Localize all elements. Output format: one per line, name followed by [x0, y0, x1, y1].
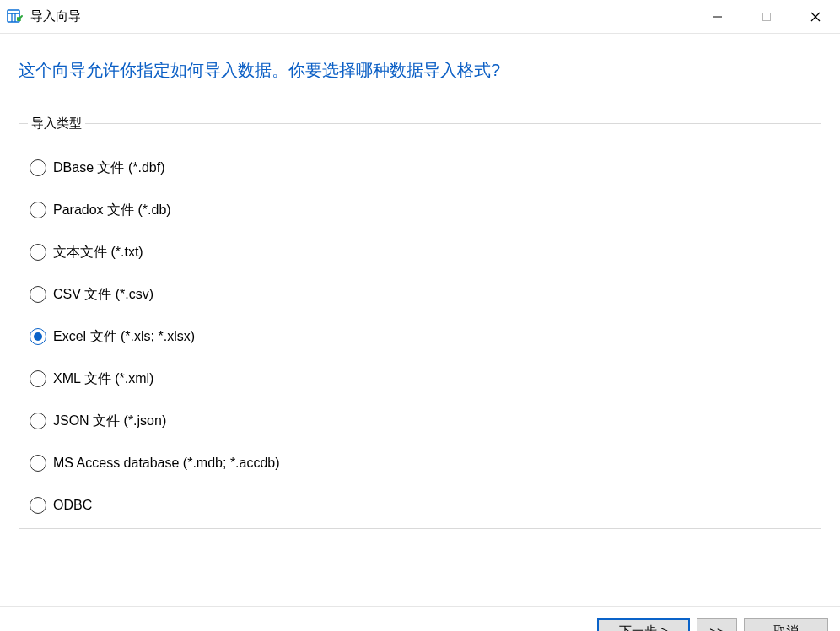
radio-icon [30, 202, 46, 218]
window-title: 导入向导 [30, 8, 81, 24]
radio-label: DBase 文件 (*.dbf) [53, 159, 164, 177]
radio-icon [30, 370, 46, 387]
radio-icon [30, 413, 46, 429]
radio-option-csv[interactable]: CSV 文件 (*.csv) [28, 273, 812, 316]
radio-option-xml[interactable]: XML 文件 (*.xml) [28, 358, 812, 400]
radio-option-paradox[interactable]: Paradox 文件 (*.db) [28, 189, 812, 231]
radio-option-access[interactable]: MS Access database (*.mdb; *.accdb) [28, 442, 812, 484]
svg-rect-5 [763, 13, 771, 20]
radio-label: CSV 文件 (*.csv) [53, 286, 153, 304]
radio-option-text[interactable]: 文本文件 (*.txt) [28, 231, 812, 273]
radio-label: XML 文件 (*.xml) [53, 370, 153, 388]
radio-option-dbase[interactable]: DBase 文件 (*.dbf) [28, 147, 812, 189]
radio-label: Paradox 文件 (*.db) [53, 202, 171, 219]
radio-icon [30, 159, 46, 176]
radio-label: 文本文件 (*.txt) [53, 244, 143, 262]
wizard-footer: 下一步 > >> 取消 [0, 606, 840, 631]
radio-label: MS Access database (*.mdb; *.accdb) [53, 456, 280, 471]
radio-icon [30, 328, 46, 345]
import-type-group: 导入类型 DBase 文件 (*.dbf) Paradox 文件 (*.db) … [19, 116, 821, 529]
radio-icon [30, 244, 46, 261]
radio-option-excel[interactable]: Excel 文件 (*.xls; *.xlsx) [28, 316, 812, 358]
close-button[interactable] [791, 0, 840, 33]
skip-forward-button[interactable]: >> [697, 618, 737, 632]
window-controls [693, 0, 840, 33]
wizard-heading: 这个向导允许你指定如何导入数据。你要选择哪种数据导入格式? [19, 59, 821, 82]
wizard-content: 这个向导允许你指定如何导入数据。你要选择哪种数据导入格式? 导入类型 DBase… [0, 59, 840, 606]
import-type-legend: 导入类型 [28, 116, 85, 132]
titlebar: 导入向导 [0, 0, 840, 34]
maximize-button [742, 0, 791, 33]
radio-label: ODBC [53, 498, 92, 513]
radio-option-json[interactable]: JSON 文件 (*.json) [28, 400, 812, 442]
next-button[interactable]: 下一步 > [597, 618, 690, 632]
radio-icon [30, 455, 46, 472]
radio-icon [30, 286, 46, 303]
app-icon [7, 8, 24, 25]
minimize-button[interactable] [693, 0, 742, 33]
cancel-button[interactable]: 取消 [744, 618, 828, 632]
radio-label: Excel 文件 (*.xls; *.xlsx) [53, 328, 195, 346]
radio-label: JSON 文件 (*.json) [53, 413, 166, 430]
radio-icon [30, 497, 46, 514]
radio-option-odbc[interactable]: ODBC [28, 484, 812, 526]
